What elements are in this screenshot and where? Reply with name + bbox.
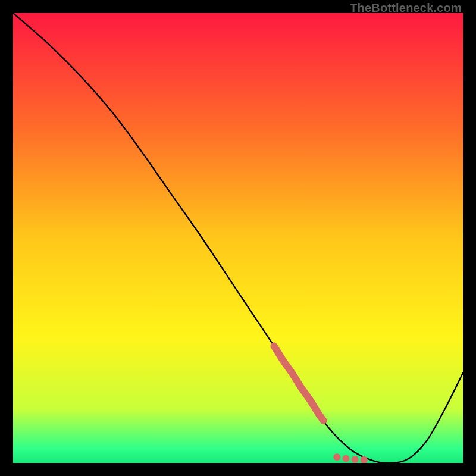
- chart-svg: [13, 13, 463, 463]
- highlight-dot: [342, 455, 349, 462]
- highlight-dot: [352, 456, 359, 463]
- chart-background: [13, 13, 463, 463]
- chart-frame: TheBottleneck.com: [0, 0, 476, 476]
- chart-plot-area: [13, 13, 463, 463]
- highlight-dot: [333, 453, 340, 461]
